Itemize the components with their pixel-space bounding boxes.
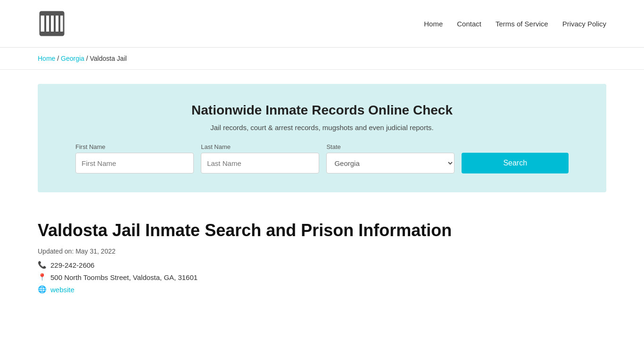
last-name-input[interactable] — [201, 153, 319, 173]
site-header: Home Contact Terms of Service Privacy Po… — [0, 0, 644, 48]
phone-line: 📞 229-242-2606 — [38, 261, 606, 269]
page-title: Valdosta Jail Inmate Search and Prison I… — [38, 221, 606, 240]
nav-home[interactable]: Home — [424, 20, 443, 28]
state-select[interactable]: Georgia Alabama Florida — [326, 153, 454, 173]
svg-rect-4 — [49, 16, 51, 32]
updated-date: Updated on: May 31, 2022 — [38, 247, 606, 255]
svg-rect-1 — [40, 12, 64, 16]
nav-contact[interactable]: Contact — [457, 20, 481, 28]
breadcrumb-current: Valdosta Jail — [90, 55, 127, 62]
address-text: 500 North Toombs Street, Valdosta, GA, 3… — [50, 273, 198, 281]
banner-subtitle: Jail records, court & arrest records, mu… — [75, 123, 569, 132]
nav-terms[interactable]: Terms of Service — [495, 20, 548, 28]
phone-icon: 📞 — [38, 261, 47, 269]
first-name-group: First Name — [75, 143, 194, 173]
logo-icon — [38, 9, 66, 38]
svg-rect-2 — [40, 32, 64, 35]
last-name-label: Last Name — [201, 143, 319, 150]
first-name-label: First Name — [75, 143, 194, 150]
logo[interactable] — [38, 9, 66, 38]
main-content: Valdosta Jail Inmate Search and Prison I… — [0, 206, 644, 312]
nav-privacy[interactable]: Privacy Policy — [562, 20, 606, 28]
banner-title: Nationwide Inmate Records Online Check — [75, 103, 569, 118]
main-nav: Home Contact Terms of Service Privacy Po… — [424, 20, 606, 28]
breadcrumb-sep2: / — [86, 55, 90, 62]
breadcrumb-state[interactable]: Georgia — [61, 55, 84, 62]
state-label: State — [326, 143, 454, 150]
search-button[interactable]: Search — [462, 153, 569, 173]
search-banner: Nationwide Inmate Records Online Check J… — [38, 84, 606, 192]
svg-rect-3 — [44, 16, 46, 32]
globe-icon: 🌐 — [38, 285, 47, 294]
phone-number: 229-242-2606 — [50, 261, 94, 269]
first-name-input[interactable] — [75, 153, 194, 173]
breadcrumb-sep1: / — [57, 55, 61, 62]
address-line: 📍 500 North Toombs Street, Valdosta, GA,… — [38, 273, 606, 281]
location-icon: 📍 — [38, 273, 47, 281]
svg-rect-5 — [54, 16, 56, 32]
breadcrumb-home[interactable]: Home — [38, 55, 55, 62]
website-line: 🌐 website — [38, 285, 606, 294]
search-form: First Name Last Name State Georgia Alaba… — [75, 143, 569, 173]
svg-rect-6 — [58, 16, 60, 32]
website-link[interactable]: website — [50, 286, 74, 294]
last-name-group: Last Name — [201, 143, 319, 173]
state-group: State Georgia Alabama Florida — [326, 143, 454, 173]
breadcrumb: Home / Georgia / Valdosta Jail — [0, 48, 644, 70]
